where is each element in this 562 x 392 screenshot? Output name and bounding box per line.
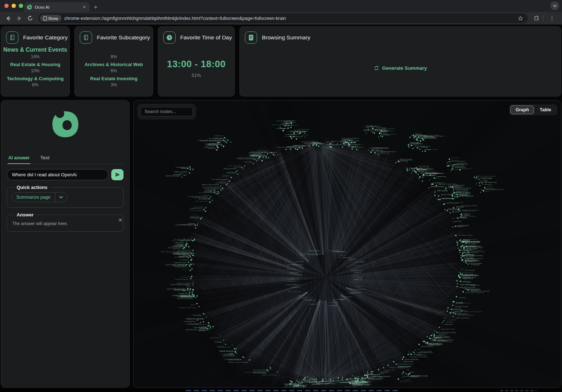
- subcategory-label: [111, 47, 117, 53]
- reload-icon: [27, 16, 33, 21]
- time-range-value: 13:00 - 18:00: [167, 59, 226, 70]
- chevron-down-icon: [553, 5, 557, 7]
- graph-canvas[interactable]: [134, 100, 561, 387]
- subcategory-item: Real Estate Investing 3%: [90, 76, 138, 87]
- maximize-window-button[interactable]: [19, 4, 23, 8]
- site-chip[interactable]: Ocno: [40, 15, 61, 22]
- answer-legend: Answer: [14, 212, 36, 217]
- category-value: 8%: [7, 82, 64, 87]
- category-value: 14%: [3, 54, 67, 59]
- quick-actions-group: Quick actions Summarize page: [7, 185, 124, 208]
- extensions-puzzle-icon: [533, 14, 540, 21]
- table-view-button[interactable]: Table: [535, 105, 556, 114]
- card-title: Browsing Summary: [262, 34, 310, 41]
- back-arrow-icon: [5, 16, 11, 21]
- category-item: Technology & Computing 8%: [7, 76, 64, 87]
- time-share-value: 51%: [191, 73, 201, 78]
- subcategory-value: 8%: [111, 54, 117, 59]
- refresh-icon: [374, 65, 379, 71]
- book-icon: [6, 31, 18, 44]
- star-icon: [518, 16, 523, 21]
- favorite-time-card: Favorite Time of Day 13:00 - 18:00 51%: [158, 26, 235, 96]
- tab-text[interactable]: Text: [40, 153, 50, 164]
- category-label: Technology & Computing: [7, 76, 64, 82]
- summarize-page-button[interactable]: Summarize page: [12, 192, 67, 202]
- tab-title: Ocno AI: [35, 5, 79, 9]
- bookmark-star-button[interactable]: [515, 16, 526, 21]
- book-icon: [80, 31, 92, 44]
- ocno-logo-icon: [51, 110, 80, 139]
- browsing-summary-card: Browsing Summary Generate Summary: [239, 26, 561, 96]
- browser-tab[interactable]: Ocno AI ✕: [24, 2, 90, 12]
- page-icon: [43, 16, 47, 21]
- search-nodes-input[interactable]: [140, 107, 193, 116]
- bottom-strip: [0, 388, 562, 392]
- toolbar-divider: [543, 16, 544, 21]
- main-content-row: AI answer Text Quick actions Summarize p…: [1, 100, 561, 388]
- paper-plane-icon: [115, 172, 120, 177]
- answer-close-button[interactable]: ✕: [118, 217, 122, 223]
- generate-summary-button[interactable]: Generate Summary: [374, 65, 427, 71]
- favorite-category-card: Favorite Category News & Current Events …: [1, 26, 70, 96]
- url-text: chrome-extension://agmfignnnnhlohgnmdahb…: [64, 16, 513, 21]
- extension-page: Favorite Category News & Current Events …: [0, 25, 562, 388]
- quick-actions-legend: Quick actions: [14, 185, 49, 190]
- extensions-button[interactable]: [533, 14, 540, 22]
- close-window-button[interactable]: [4, 4, 9, 8]
- menu-kebab-button[interactable]: ⋮: [547, 15, 557, 22]
- subcategory-item: Archives & Historical Web 6%: [85, 62, 143, 73]
- subcategory-item: 8%: [111, 47, 117, 59]
- question-input[interactable]: [7, 169, 108, 180]
- clock-icon: [163, 31, 176, 44]
- stats-cards-row: Favorite Category News & Current Events …: [1, 26, 561, 96]
- reload-button[interactable]: [25, 14, 35, 23]
- category-value: 10%: [10, 68, 60, 73]
- new-tab-button[interactable]: +: [90, 2, 102, 12]
- subcategory-value: 6%: [85, 68, 143, 73]
- send-button[interactable]: [111, 169, 124, 180]
- tab-strip: Ocno AI ✕ +: [0, 0, 562, 12]
- window-controls: [4, 4, 23, 8]
- chevron-down-icon: [59, 196, 63, 199]
- subcategory-value: 3%: [90, 82, 138, 87]
- site-chip-label: Ocno: [48, 16, 58, 21]
- minimize-window-button[interactable]: [12, 4, 16, 8]
- card-title: Favorite Category: [23, 34, 68, 41]
- card-title: Favorite Time of Day: [180, 34, 232, 41]
- back-button[interactable]: [4, 14, 13, 23]
- browser-toolbar: Ocno chrome-extension://agmfignnnnhlohgn…: [0, 12, 562, 25]
- graph-view-button[interactable]: Graph: [510, 105, 534, 114]
- toolbar-right: ⋮: [531, 14, 558, 22]
- tab-close-icon[interactable]: ✕: [82, 5, 87, 9]
- forward-button[interactable]: [14, 14, 24, 23]
- category-item: Real Estate & Housing 10%: [10, 62, 60, 73]
- address-bar[interactable]: Ocno chrome-extension://agmfignnnnhlohgn…: [38, 13, 528, 23]
- assistant-sidebar: AI answer Text Quick actions Summarize p…: [1, 100, 130, 388]
- answer-placeholder-text: The answer will appear here.: [12, 220, 119, 226]
- answer-group: Answer ✕ The answer will appear here.: [7, 212, 124, 232]
- graph-panel: Graph Table: [133, 100, 561, 388]
- view-toggle: Graph Table: [509, 104, 557, 115]
- ocno-favicon-icon: [27, 4, 32, 10]
- node-search-card: [138, 104, 196, 119]
- tab-ai-answer[interactable]: AI answer: [8, 153, 30, 164]
- dropdown-toggle[interactable]: [55, 196, 67, 199]
- document-icon: [245, 31, 257, 44]
- bottom-strip-marks: [186, 390, 399, 391]
- ask-row: [7, 169, 124, 180]
- category-label: News & Current Events: [3, 47, 67, 53]
- summarize-page-label: Summarize page: [12, 195, 55, 200]
- forward-arrow-icon: [16, 16, 22, 21]
- card-title: Favorite Subcategory: [97, 34, 150, 41]
- category-item: News & Current Events 14%: [3, 47, 67, 59]
- tab-search-button[interactable]: [550, 1, 559, 10]
- bottom-strip-marks-right: [500, 390, 536, 391]
- generate-summary-label: Generate Summary: [382, 65, 427, 71]
- browser-window: Ocno AI ✕ +: [0, 0, 562, 25]
- sidebar-tabs: AI answer Text: [7, 153, 124, 164]
- subcategory-label: Real Estate Investing: [90, 76, 138, 82]
- favorite-subcategory-card: Favorite Subcategory 8% Archives & Histo…: [74, 26, 153, 96]
- subcategory-label: Archives & Historical Web: [85, 62, 143, 68]
- logo-container: [7, 110, 124, 139]
- category-label: Real Estate & Housing: [10, 62, 60, 68]
